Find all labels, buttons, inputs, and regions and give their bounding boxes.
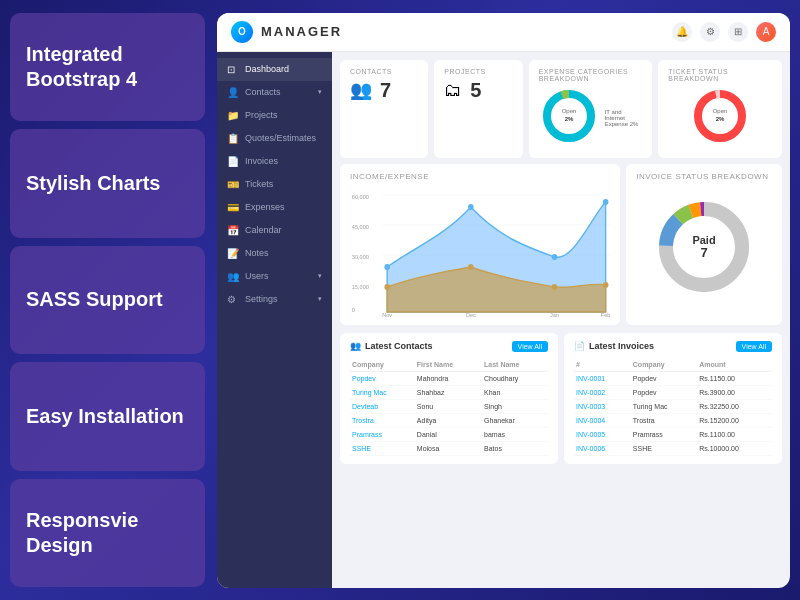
svg-text:7: 7 xyxy=(701,245,708,260)
contact-company[interactable]: SSHE xyxy=(350,441,415,455)
svg-text:30,000: 30,000 xyxy=(352,253,369,259)
feature-label-installation: Easy Installation xyxy=(26,404,184,429)
feature-label-charts: Stylish Charts xyxy=(26,171,160,196)
feature-label-sass: SASS Support xyxy=(26,287,163,312)
expenses-icon: 💳 xyxy=(227,202,239,213)
invoice-id[interactable]: INV-0002 xyxy=(574,385,631,399)
gear-icon[interactable]: ⚙ xyxy=(700,22,720,42)
invoices-table-title: 📄 Latest Invoices xyxy=(574,341,654,351)
sidebar-label-projects: Projects xyxy=(245,110,278,120)
feature-card-installation[interactable]: Easy Installation xyxy=(10,362,205,471)
contacts-table-title: 👥 Latest Contacts xyxy=(350,341,433,351)
invoice-id[interactable]: INV-0006 xyxy=(574,441,631,455)
sidebar-label-quotes: Quotes/Estimates xyxy=(245,133,316,143)
feature-label-bootstrap: Integrated Bootstrap 4 xyxy=(26,42,189,92)
feature-label-responsive: Responsvie Design xyxy=(26,508,189,558)
invoices-view-all-btn[interactable]: View All xyxy=(736,341,772,352)
area-chart-svg: 60,000 45,000 30,000 15,000 0 xyxy=(350,187,610,317)
invoice-amount: Rs.1150.00 xyxy=(697,371,772,385)
sidebar-item-quotes[interactable]: 📋 Quotes/Estimates xyxy=(217,127,332,150)
svg-text:15,000: 15,000 xyxy=(352,283,369,289)
feature-card-charts[interactable]: Stylish Charts xyxy=(10,129,205,238)
settings-icon: ⚙ xyxy=(227,294,239,305)
users-icon: 👥 xyxy=(227,271,239,282)
sidebar-item-users[interactable]: 👥 Users ▾ xyxy=(217,265,332,288)
contact-company[interactable]: Popdev xyxy=(350,371,415,385)
invoice-amount: Rs.10000.00 xyxy=(697,441,772,455)
tables-row: 👥 Latest Contacts View All Company First… xyxy=(340,333,782,464)
contact-company[interactable]: Pramrass xyxy=(350,427,415,441)
dashboard-icon: ⊡ xyxy=(227,64,239,75)
invoices-table: # Company Amount INV-0001 Popdev Rs.1150… xyxy=(574,358,772,456)
quotes-icon: 📋 xyxy=(227,133,239,144)
contact-firstname: Danial xyxy=(415,427,482,441)
contact-company[interactable]: Trostra xyxy=(350,413,415,427)
svg-text:2%: 2% xyxy=(564,116,573,122)
invoice-id[interactable]: INV-0004 xyxy=(574,413,631,427)
contacts-view-all-btn[interactable]: View All xyxy=(512,341,548,352)
invoice-id[interactable]: INV-0003 xyxy=(574,399,631,413)
table-row: INV-0002 Popdev Rs.3900.00 xyxy=(574,385,772,399)
contact-company[interactable]: Turing Mac xyxy=(350,385,415,399)
sidebar-item-projects[interactable]: 📁 Projects xyxy=(217,104,332,127)
table-row: Popdev Mahondra Choudhary xyxy=(350,371,548,385)
contacts-stat-content: 👥 7 xyxy=(350,79,418,102)
ticket-donut-svg: Open 2% xyxy=(690,86,750,146)
contact-lastname: Ghanekar xyxy=(482,413,548,427)
sidebar-label-dashboard: Dashboard xyxy=(245,64,289,74)
contact-firstname: Sonu xyxy=(415,399,482,413)
income-chart-title: INCOME/EXPENSE xyxy=(350,172,610,181)
svg-point-23 xyxy=(384,284,390,290)
table-row: SSHE Molosa Batos xyxy=(350,441,548,455)
svg-point-25 xyxy=(552,284,558,290)
contact-company[interactable]: Devteab xyxy=(350,399,415,413)
main-content: CONTACTS 👥 7 PROJECTS 🗂 5 xyxy=(332,52,790,588)
grid-icon[interactable]: ⊞ xyxy=(728,22,748,42)
contacts-table-header: 👥 Latest Contacts View All xyxy=(350,341,548,352)
projects-stat-label: PROJECTS xyxy=(444,68,512,75)
contacts-stat-label: CONTACTS xyxy=(350,68,418,75)
projects-stat-content: 🗂 5 xyxy=(444,79,512,102)
invoice-id[interactable]: INV-0005 xyxy=(574,427,631,441)
tickets-icon: 🎫 xyxy=(227,179,239,190)
sidebar-item-contacts[interactable]: 👤 Contacts ▾ xyxy=(217,81,332,104)
sidebar-item-calendar[interactable]: 📅 Calendar xyxy=(217,219,332,242)
contact-firstname: Aditya xyxy=(415,413,482,427)
sidebar-label-notes: Notes xyxy=(245,248,269,258)
feature-card-bootstrap[interactable]: Integrated Bootstrap 4 xyxy=(10,13,205,122)
table-row: Devteab Sonu Singh xyxy=(350,399,548,413)
svg-text:Jan: Jan xyxy=(550,311,559,316)
feature-card-responsive[interactable]: Responsvie Design xyxy=(10,479,205,588)
col-inv-company: Company xyxy=(631,358,697,372)
invoice-id[interactable]: INV-0001 xyxy=(574,371,631,385)
bell-icon[interactable]: 🔔 xyxy=(672,22,692,42)
svg-point-20 xyxy=(468,204,474,210)
invoice-amount: Rs.3900.00 xyxy=(697,385,772,399)
sidebar-item-tickets[interactable]: 🎫 Tickets xyxy=(217,173,332,196)
col-id: # xyxy=(574,358,631,372)
latest-contacts-card: 👥 Latest Contacts View All Company First… xyxy=(340,333,558,464)
svg-text:2%: 2% xyxy=(716,116,725,122)
projects-icon: 📁 xyxy=(227,110,239,121)
stat-card-projects: PROJECTS 🗂 5 xyxy=(434,60,522,158)
invoices-table-icon: 📄 xyxy=(574,341,585,351)
sidebar-item-dashboard[interactable]: ⊡ Dashboard xyxy=(217,58,332,81)
stat-cards-row: CONTACTS 👥 7 PROJECTS 🗂 5 xyxy=(340,60,782,158)
svg-text:45,000: 45,000 xyxy=(352,223,369,229)
sidebar-item-expenses[interactable]: 💳 Expenses xyxy=(217,196,332,219)
contacts-table: Company First Name Last Name Popdev Maho… xyxy=(350,358,548,456)
brand-name: MANAGER xyxy=(261,24,342,39)
sidebar-item-notes[interactable]: 📝 Notes xyxy=(217,242,332,265)
svg-point-22 xyxy=(603,199,609,205)
invoice-company: Turing Mac xyxy=(631,399,697,413)
sidebar-label-calendar: Calendar xyxy=(245,225,282,235)
contact-firstname: Shahbaz xyxy=(415,385,482,399)
expense-legend: IT and Internet Expense 2% xyxy=(605,109,643,127)
sidebar-item-invoices[interactable]: 📄 Invoices xyxy=(217,150,332,173)
avatar-icon[interactable]: A xyxy=(756,22,776,42)
sidebar-label-settings: Settings xyxy=(245,294,278,304)
main-container: Integrated Bootstrap 4 Stylish Charts SA… xyxy=(10,13,790,588)
sidebar-item-settings[interactable]: ⚙ Settings ▾ xyxy=(217,288,332,311)
svg-text:Feb: Feb xyxy=(601,311,610,316)
feature-card-sass[interactable]: SASS Support xyxy=(10,246,205,355)
